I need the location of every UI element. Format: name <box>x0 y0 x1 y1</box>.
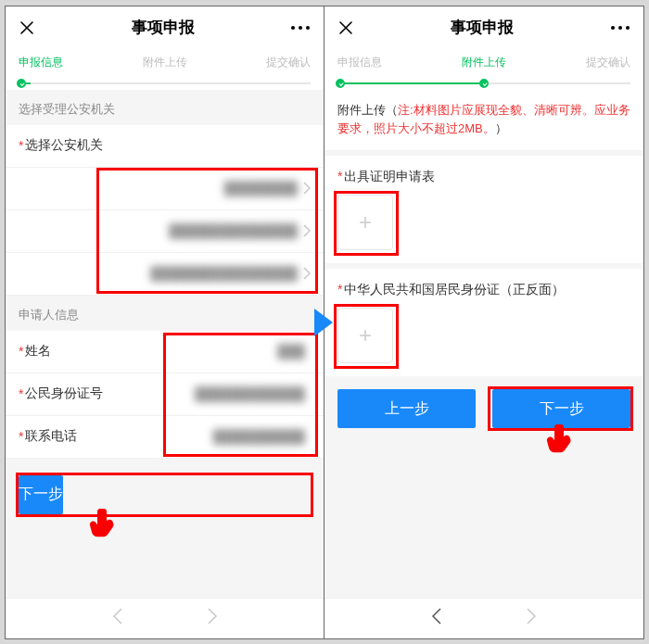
agency-option[interactable]: ████████ <box>6 168 324 210</box>
nav-back-icon[interactable] <box>112 607 123 629</box>
nav-forward-icon[interactable] <box>526 607 537 629</box>
header: 事项申报 <box>324 6 643 49</box>
close-icon[interactable] <box>19 19 35 36</box>
agency-selector-head: *选择公安机关 <box>6 125 324 168</box>
step-2: 附件上传 <box>435 55 532 70</box>
field-id-number[interactable]: *公民身份证号 ████████████ <box>6 373 324 416</box>
step-1: 申报信息 <box>19 55 116 70</box>
nav-forward-icon[interactable] <box>207 607 218 629</box>
more-icon[interactable] <box>610 25 630 31</box>
chevron-right-icon <box>303 267 311 280</box>
step-indicator: 申报信息 附件上传 提交确认 <box>324 49 643 90</box>
pointer-hand-icon <box>542 421 579 458</box>
agency-option[interactable]: ████████████████ <box>6 253 324 296</box>
step-indicator: 申报信息 附件上传 提交确认 <box>6 49 324 90</box>
upload-label-2: *中华人民共和国居民身份证（正反面） <box>324 269 643 302</box>
pane-step1: 事项申报 申报信息 附件上传 提交确认 选择受理公安机关 *选择公安机关 ███… <box>6 6 324 638</box>
next-button[interactable]: 下一步 <box>19 475 63 514</box>
field-phone[interactable]: *联系电话 ██████████ <box>6 416 324 459</box>
chevron-right-icon <box>303 224 311 237</box>
page-title: 事项申报 <box>132 17 195 38</box>
upload-add-button[interactable]: + <box>337 195 393 250</box>
step-2: 附件上传 <box>116 55 213 70</box>
chevron-right-icon <box>303 182 311 195</box>
page-title: 事项申报 <box>451 17 514 38</box>
plus-icon: + <box>359 209 372 235</box>
step-3: 提交确认 <box>213 55 311 70</box>
section-applicant-title: 申请人信息 <box>6 296 324 331</box>
step-3: 提交确认 <box>533 55 630 70</box>
upload-notice: 附件上传（注:材料图片应展现全貌、清晰可辨。应业务要求，照片大小不超过2MB。） <box>324 90 643 151</box>
prev-button[interactable]: 上一步 <box>337 389 476 428</box>
agency-option[interactable]: ██████████████ <box>6 210 324 253</box>
header: 事项申报 <box>6 6 324 49</box>
svg-point-1 <box>299 26 302 30</box>
upload-label-1: *出具证明申请表 <box>324 156 643 189</box>
plus-icon: + <box>359 322 372 348</box>
section-agency-title: 选择受理公安机关 <box>6 90 324 125</box>
step-1: 申报信息 <box>337 55 435 70</box>
svg-point-3 <box>611 26 615 30</box>
more-icon[interactable] <box>290 25 311 31</box>
svg-point-2 <box>306 26 310 30</box>
nav-back-icon[interactable] <box>431 607 442 629</box>
pointer-hand-icon <box>85 505 122 542</box>
pane-step2: 事项申报 申报信息 附件上传 提交确认 附件上传（注:材料图片应展现全貌、清晰可… <box>324 6 643 638</box>
svg-point-5 <box>626 26 630 30</box>
upload-add-button[interactable]: + <box>337 308 393 363</box>
field-name[interactable]: *姓名 ███ <box>6 331 324 373</box>
flow-arrow-icon <box>312 307 337 338</box>
bottom-nav <box>6 598 324 638</box>
dual-screenshot-frame: 事项申报 申报信息 附件上传 提交确认 选择受理公安机关 *选择公安机关 ███… <box>5 6 644 639</box>
close-icon[interactable] <box>337 19 354 36</box>
svg-point-0 <box>291 26 295 30</box>
svg-point-4 <box>618 26 622 30</box>
bottom-nav <box>324 598 643 638</box>
